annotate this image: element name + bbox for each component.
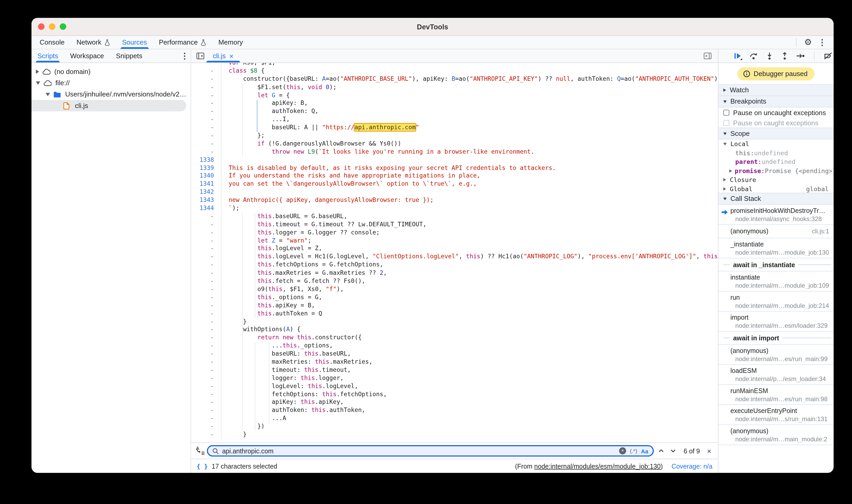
navigator-tab-scripts[interactable]: Scripts [32,49,64,62]
code-line[interactable]: - fetchOptions: this.fetchOptions, [191,391,718,399]
call-stack-frame[interactable]: runMainESMnode:internal/m…es/run_main:98 [718,385,834,405]
tree-item-cli-js[interactable]: cli.js [32,100,186,111]
tab-console[interactable]: Console [34,36,71,49]
settings-icon[interactable]: ⚙ [802,36,814,49]
chevron-right-icon[interactable] [724,187,726,191]
line-number[interactable]: - [191,391,221,399]
line-number[interactable]: - [191,237,221,245]
call-stack-frame[interactable]: executeUserEntryPointnode:internal/m…s/r… [718,405,834,425]
call-stack-frame[interactable]: loadESMnode:internal/p…/esm_loader:34 [718,365,834,385]
tree-item-file-[interactable]: file:// [32,77,191,88]
code-line[interactable]: - if (!G.dangerouslyAllowBrowser && Ys0(… [191,140,718,148]
line-number[interactable]: - [191,302,221,310]
code-line[interactable]: - this.fetch = G.fetch ?? Fs0(), [191,277,718,286]
code-line[interactable]: - this.logLevel = Z, [191,245,718,253]
line-number[interactable]: 1340 [191,172,221,180]
code-line[interactable]: - return new this.constructor({ [191,334,718,342]
call-stack-frame[interactable]: _instantiatenode:internal/m…module_job:1… [718,238,834,258]
line-number[interactable]: - [191,415,221,423]
call-stack-section-header[interactable]: Call Stack [718,193,834,205]
source-origin-link[interactable]: node:internal/modules/esm/module_job:130 [534,462,661,470]
line-number[interactable]: - [191,326,221,334]
code-line[interactable]: 1344`); [191,205,718,213]
line-number[interactable]: - [191,67,221,75]
line-number[interactable]: - [191,318,221,326]
line-number[interactable] [191,63,221,67]
chevron-right-icon[interactable] [729,169,732,172]
line-number[interactable]: - [191,245,221,253]
code-editor[interactable]: var Xs0, $F1,-class $8 {- constructor({b… [191,63,718,443]
more-menu-icon[interactable]: ⋮ [816,36,829,49]
chevron-right-icon[interactable] [36,69,39,74]
checkbox[interactable] [724,120,729,126]
watch-section-header[interactable]: Watch [718,84,834,96]
tab-close-icon[interactable]: × [229,52,233,60]
line-number[interactable]: - [191,253,221,261]
code-line[interactable]: - withOptions(A) { [191,326,718,334]
breakpoint-option[interactable]: Pause on uncaught exceptions [718,108,834,118]
navigator-tab-workspace[interactable]: Workspace [64,49,110,62]
line-number[interactable]: 1344 [191,205,221,213]
step-over-icon[interactable] [748,50,759,62]
scope-row-Global[interactable]: Globalglobal [718,184,834,193]
code-line[interactable]: 1338 [191,156,718,164]
deactivate-breakpoints-icon[interactable] [823,50,834,62]
code-line[interactable]: - let Z = "warn"; [191,237,718,245]
code-line[interactable]: - }) [191,423,718,431]
code-line[interactable]: - timeout: this.timeout, [191,366,718,375]
line-number[interactable]: - [191,116,221,124]
line-number[interactable]: - [191,431,221,439]
code-line[interactable]: - }; [191,132,718,140]
code-line[interactable]: - throw new L9(`It looks like you're run… [191,148,718,156]
line-number[interactable]: 1338 [191,156,221,164]
code-line[interactable]: - $F1.set(this, void 0); [191,84,718,91]
code-line[interactable]: - } [191,318,718,326]
code-line[interactable]: - this.baseURL = G.baseURL, [191,213,718,221]
chevron-down-icon[interactable] [46,93,50,96]
line-number[interactable]: - [191,140,221,148]
code-line[interactable]: - this.maxRetries = G.maxRetries ?? 2, [191,269,718,277]
step-into-icon[interactable] [764,50,775,62]
line-number[interactable]: - [191,358,221,366]
step-out-icon[interactable] [780,50,791,62]
code-line[interactable]: - this.logLevel = Hc1(G.logLevel, "Clien… [191,253,718,261]
code-line[interactable]: 1340If you understand the risks and have… [191,172,718,180]
line-number[interactable]: - [191,229,221,237]
line-number[interactable]: 1343 [191,197,221,205]
line-number[interactable]: - [191,334,221,342]
previous-match-icon[interactable] [656,445,667,457]
code-line[interactable]: - logger: this.logger, [191,375,718,383]
line-number[interactable]: - [191,350,221,358]
line-number[interactable]: - [191,84,221,91]
tab-memory[interactable]: Memory [212,36,249,49]
step-icon[interactable] [795,50,806,62]
line-number[interactable]: - [191,342,221,350]
code-line[interactable]: - apiKey: this.apiKey, [191,399,718,407]
tab-network[interactable]: Network [71,36,116,49]
line-number[interactable]: - [191,108,221,116]
scope-row-this[interactable]: this: undefined [718,148,834,157]
code-line[interactable]: - logLevel: this.logLevel, [191,383,718,391]
code-line[interactable]: - ...A [191,415,718,423]
call-stack-frame[interactable]: runnode:internal/m…module_job:214 [718,292,834,312]
call-stack-frame[interactable]: promiseInitHookWithDestroyTr…node:intern… [718,204,834,225]
next-match-icon[interactable] [668,445,679,457]
code-line[interactable]: - baseURL: A || "https://api.anthropic.c… [191,124,718,132]
code-line[interactable]: 1339This is disabled by default, as it r… [191,164,718,172]
code-line[interactable]: 1342 [191,188,718,197]
line-number[interactable]: - [191,423,221,431]
chevron-down-icon[interactable] [36,81,40,84]
line-number[interactable]: 1342 [191,188,221,197]
code-line[interactable]: - apiKey: B, [191,100,718,108]
replace-toggle-icon[interactable]: A B [195,446,205,456]
code-line[interactable]: - o9(this, $F1, Xs0, "f"), [191,286,718,294]
resume-script-icon[interactable] [733,50,743,62]
scope-row-Closure[interactable]: Closure [718,176,834,184]
code-line[interactable]: - this.logger = G.logger ?? console; [191,229,718,237]
line-number[interactable]: 1339 [191,164,221,172]
line-number[interactable]: - [191,383,221,391]
breakpoints-section-header[interactable]: Breakpoints [718,95,834,108]
call-stack-frame[interactable]: (anonymous)cli.js:1 [718,225,834,238]
regex-toggle[interactable]: (.*) [630,448,637,454]
code-line[interactable]: - this._options = G, [191,294,718,302]
